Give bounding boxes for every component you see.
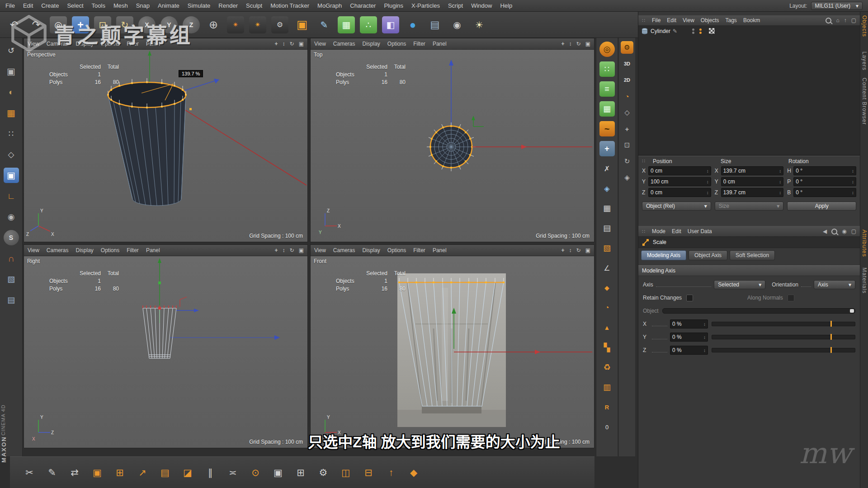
rotate-view-icon[interactable]: ↻: [290, 41, 294, 47]
MoGraph[interactable]: MoGraph: [317, 2, 342, 9]
coordinate-mode-dropdown[interactable]: Object (Rel)▾: [642, 202, 711, 211]
Script[interactable]: Script: [448, 2, 463, 9]
right-canvas[interactable]: YZX Right SelectedTotal Objects1 Polys16…: [24, 256, 307, 448]
home-icon[interactable]: ⌂: [836, 17, 839, 23]
light-object-icon[interactable]: ☀: [469, 14, 490, 35]
tab-content-browser[interactable]: Content Browser: [861, 78, 868, 125]
tab-materials[interactable]: Materials: [861, 267, 868, 294]
points-mode-icon[interactable]: ∷: [2, 125, 20, 143]
size-z-field[interactable]: 139.7 cm↕: [721, 188, 784, 197]
perspective-canvas[interactable]: YXZ Perspective SelectedTotal Objects1 P…: [24, 50, 307, 242]
scale-axis-icon[interactable]: ⊡: [620, 137, 634, 153]
rotate-view-icon[interactable]: ↻: [576, 41, 581, 47]
object-tree[interactable]: Cylinder ✎: [638, 25, 860, 155]
rotation-p-field[interactable]: 0 °↕: [793, 177, 856, 186]
spinner-icon[interactable]: ↕: [707, 169, 709, 174]
viewport-menu-item[interactable]: Cameras: [333, 41, 355, 47]
x-slider[interactable]: [712, 322, 855, 326]
snap-priority-icon[interactable]: ▲: [598, 318, 617, 337]
inner-extrude-icon[interactable]: ⊞: [109, 462, 130, 483]
history-back-icon[interactable]: ◀: [823, 228, 827, 235]
object-manager-menu-item[interactable]: Objects: [701, 17, 719, 23]
render-view-icon[interactable]: ✴: [225, 14, 246, 35]
image-frame-icon[interactable]: ▥: [598, 378, 617, 397]
object-manager-menu-item[interactable]: Bookm: [743, 17, 760, 23]
rotate-view-icon[interactable]: ↻: [290, 247, 294, 253]
spinner-icon[interactable]: ↕: [852, 179, 854, 184]
maximize-view-icon[interactable]: ▣: [299, 247, 304, 253]
optimize-icon[interactable]: ⚙: [313, 462, 334, 483]
workplane-cycle-icon[interactable]: ◇: [620, 105, 634, 120]
viewport-menu-item[interactable]: View: [28, 247, 39, 253]
z-value-field[interactable]: 0 %↕: [670, 346, 708, 355]
subdivide-icon[interactable]: ⊞: [290, 462, 311, 483]
axis-dropdown[interactable]: Selected▾: [714, 280, 765, 289]
dynamic-guide-icon[interactable]: ◆: [598, 278, 617, 297]
Simulate[interactable]: Simulate: [188, 2, 211, 9]
retain-changes-checkbox[interactable]: [686, 295, 693, 301]
spinner-icon[interactable]: ↕: [703, 348, 706, 353]
pin-icon[interactable]: ◉: [842, 228, 846, 235]
viewport-menu-item[interactable]: Cameras: [47, 41, 69, 47]
phong-tag-icon[interactable]: [708, 28, 715, 34]
spinner-icon[interactable]: ↕: [779, 179, 781, 184]
pan-view-icon[interactable]: +: [275, 41, 278, 47]
viewport-menu-item[interactable]: Options: [387, 247, 406, 253]
weld-icon[interactable]: ⊙: [245, 462, 266, 483]
matrix-extrude-icon[interactable]: ↗: [132, 462, 153, 483]
size-mode-dropdown[interactable]: Size▾: [715, 202, 784, 211]
y-axis-lock-icon[interactable]: Y: [159, 14, 179, 35]
viewport-menu-item[interactable]: View: [314, 247, 326, 253]
dolly-view-icon[interactable]: ↕: [569, 247, 572, 253]
viewport-menu-item[interactable]: Display: [362, 247, 380, 253]
object-link-field[interactable]: [662, 308, 855, 314]
Create[interactable]: Create: [41, 2, 59, 9]
spinner-icon[interactable]: ↕: [707, 179, 709, 184]
floor-object-icon[interactable]: ▤: [425, 14, 445, 35]
x-axis-lock-icon[interactable]: X: [137, 14, 157, 35]
tab-soft-selection[interactable]: Soft Selection: [730, 250, 775, 260]
quantize-icon[interactable]: ◔: [598, 298, 617, 317]
polygon-snap-icon[interactable]: ▦: [598, 99, 617, 118]
tab-objects[interactable]: Objects: [861, 15, 868, 37]
guide-snap-icon[interactable]: ∠: [598, 258, 617, 277]
rotate-view-icon[interactable]: ↻: [576, 247, 581, 253]
render-settings-icon[interactable]: ⚙: [269, 14, 290, 35]
Window[interactable]: Window: [471, 2, 492, 9]
normal-align-icon[interactable]: ↑: [381, 462, 401, 483]
spinner-icon[interactable]: ↕: [703, 335, 706, 340]
knife-icon[interactable]: ✂: [19, 462, 40, 483]
attributes-menu-item[interactable]: User Data: [688, 228, 712, 235]
front-canvas[interactable]: YX Front SelectedTotal Objects1 Polys168…: [311, 256, 594, 448]
X-Particles[interactable]: X-Particles: [411, 2, 440, 9]
maximize-view-icon[interactable]: ▣: [585, 247, 590, 253]
y-value-field[interactable]: 0 %↕: [670, 333, 708, 342]
dolly-view-icon[interactable]: ↕: [569, 41, 572, 47]
object-manager-menu-item[interactable]: Tags: [726, 17, 737, 23]
Select[interactable]: Select: [67, 2, 83, 9]
intersection-snap-icon[interactable]: ✗: [598, 159, 617, 178]
top-canvas[interactable]: ZXY Top SelectedTotal Objects1 Polys1680…: [311, 50, 594, 242]
smooth-shift-icon[interactable]: ▤: [155, 462, 175, 483]
deformer-icon[interactable]: ◧: [380, 14, 401, 35]
viewport-menu-item[interactable]: View: [314, 41, 326, 47]
pen-icon[interactable]: ✎: [42, 462, 62, 483]
object-row-cylinder[interactable]: Cylinder ✎: [638, 25, 860, 37]
spinner-icon[interactable]: ↕: [703, 322, 706, 327]
size-y-field[interactable]: 0 cm↕: [721, 177, 784, 186]
viewport-menu-item[interactable]: Panel: [146, 247, 160, 253]
snap-toggle-icon[interactable]: ∩: [2, 249, 20, 267]
translate-axis-icon[interactable]: +: [620, 121, 634, 136]
viewport-menu-item[interactable]: View: [28, 41, 39, 47]
viewport-menu-item[interactable]: Filter: [413, 41, 425, 47]
maximize-view-icon[interactable]: ▣: [585, 41, 590, 47]
tab-layers[interactable]: Layers: [861, 52, 868, 70]
lock-icon[interactable]: ▢: [851, 228, 856, 235]
rotation-h-field[interactable]: 0 °↕: [793, 166, 856, 175]
Character[interactable]: Character: [350, 2, 376, 9]
position-y-field[interactable]: 100 cm↕: [648, 177, 711, 186]
grid-line-snap-icon[interactable]: ▤: [598, 219, 617, 238]
Mesh[interactable]: Mesh: [113, 2, 128, 9]
workplane-snap-icon[interactable]: ▧: [598, 239, 617, 258]
object-manager-menu-item[interactable]: File: [652, 17, 660, 23]
